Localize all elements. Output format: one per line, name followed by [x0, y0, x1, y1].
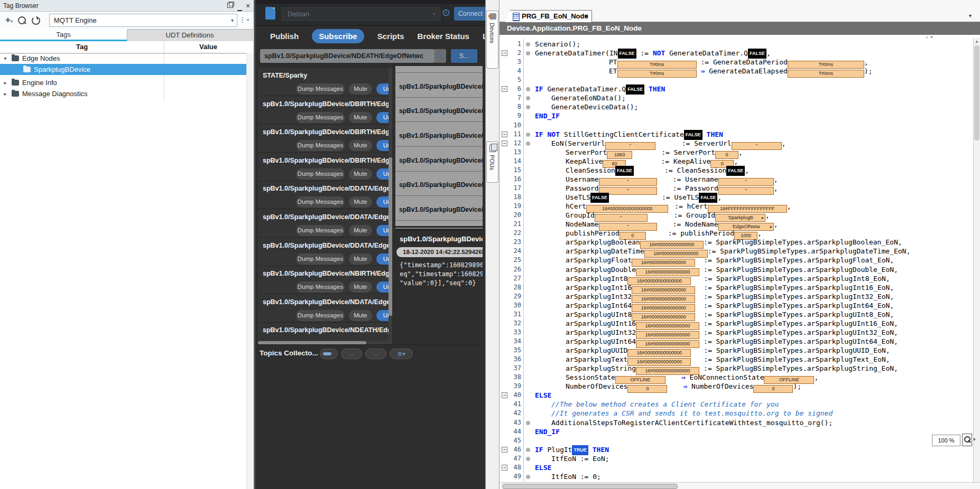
mute-button[interactable]: Mute: [349, 225, 372, 236]
fold-marker-icon[interactable]: −: [502, 131, 507, 137]
code-line-48: 48−ELSE: [500, 463, 973, 472]
dump-messages-button[interactable]: Dump Messages: [296, 281, 345, 293]
add-tag-button[interactable]: +▾: [3, 14, 15, 26]
fold-marker-icon[interactable]: −: [502, 465, 507, 471]
tag-table-header: Tag Value: [0, 41, 253, 54]
zoom-level[interactable]: 100 %: [932, 435, 960, 446]
connect-button[interactable]: Connect: [454, 7, 485, 21]
mute-button[interactable]: Mute: [349, 310, 372, 321]
overflow-caret-icon[interactable]: ▾: [245, 14, 251, 26]
message-row-partial[interactable]: [395, 66, 483, 73]
mute-button[interactable]: Mute: [349, 168, 372, 180]
close-icon[interactable]: ×: [244, 2, 252, 10]
mqtt-tab-publish[interactable]: Publish: [270, 32, 299, 41]
tree-item-edge-nodes[interactable]: ▾Edge Nodes: [0, 53, 253, 64]
line-number: 34: [500, 337, 521, 346]
message-row[interactable]: spBv1.0/SparkplugBDevice/DDAT: [395, 73, 483, 98]
message-timestamp-badge: 18-12-2020 14:42:22.5294265: [396, 247, 483, 257]
line-number: 15: [500, 166, 521, 175]
collector-toggle-button[interactable]: [320, 349, 338, 359]
profile-dropdown[interactable]: Debian ▾: [282, 7, 440, 21]
dump-messages-button[interactable]: Dump Messages: [296, 83, 345, 95]
overflow-menu-icon[interactable]: ⋮: [239, 14, 244, 26]
tab-udt-definitions[interactable]: UDT Definitions: [127, 29, 253, 41]
expand-arrow-icon[interactable]: ▸: [2, 77, 8, 88]
chevron-down-icon[interactable]: ▾: [434, 49, 446, 63]
dump-messages-button[interactable]: Dump Messages: [296, 112, 345, 123]
code-line-27: 27arSparkplugInt816#00000000000000:= Spa…: [500, 274, 973, 283]
line-number: 42: [500, 409, 521, 418]
profile-file-icon[interactable]: [265, 7, 275, 20]
fold-marker-icon[interactable]: −: [502, 86, 507, 92]
dump-messages-button[interactable]: Dump Messages: [296, 140, 345, 151]
magnifier-icon[interactable]: [962, 434, 972, 446]
float-window-icon[interactable]: [226, 2, 234, 10]
search-icon[interactable]: [18, 16, 26, 26]
tab-tags[interactable]: Tags: [0, 29, 127, 41]
fold-marker-icon[interactable]: −: [502, 392, 507, 398]
tree-item-engine-info[interactable]: ▸Engine Info: [0, 77, 253, 88]
tab-list-caret-icon[interactable]: ▾: [969, 13, 972, 18]
message-row[interactable]: spBv1.0/SparkplugBDevice/NDEA: [395, 196, 483, 221]
tree-item-sparkplugbdevice[interactable]: SparkplugBDevice: [0, 64, 253, 75]
gear-icon[interactable]: ⚙: [441, 6, 451, 19]
mute-button[interactable]: Mute: [349, 281, 372, 293]
collector-more2-button[interactable]: ...: [365, 349, 386, 359]
expand-arrow-icon[interactable]: ▸: [2, 88, 8, 99]
subscribe-button[interactable]: S...: [451, 49, 477, 63]
tag-tree-scrollbar[interactable]: [246, 53, 253, 489]
refresh-icon[interactable]: [32, 16, 40, 27]
message-row[interactable]: spBv1.0/SparkplugBDevice/DDAT: [395, 122, 483, 147]
column-header-value[interactable]: Value: [164, 41, 253, 53]
message-row[interactable]: spBv1.0/SparkplugBDevice/DDAT: [395, 147, 483, 172]
column-header-tag[interactable]: Tag: [0, 41, 164, 53]
editor-hscrollbar[interactable]: [500, 482, 980, 489]
message-row[interactable]: spBv1.0/SparkplugBDevice/DDAT: [395, 172, 483, 196]
code-editor[interactable]: 1Scenario();2−GenerateDataTimer(INFALSE …: [500, 38, 973, 482]
mqtt-tab-subscribe[interactable]: Subscribe: [312, 29, 364, 43]
editor-tab-prg-fb-eon-node[interactable]: PRG_FB_EoN_Node ×: [505, 10, 592, 22]
code-line-8: 8GenerateDeviceData();: [500, 102, 973, 111]
line-number: 17: [500, 184, 521, 193]
message-splitter[interactable]: [395, 226, 483, 231]
code-line-9: 9END_IF: [500, 111, 973, 120]
tag-provider-dropdown[interactable]: MQTT Engine ▾: [49, 14, 237, 27]
fold-marker-icon[interactable]: −: [502, 140, 507, 146]
expand-arrow-icon[interactable]: ▾: [2, 53, 8, 64]
ide-tab-bar: PRG_FB_EoN_Node × ▾: [500, 0, 980, 22]
code-line-16: 16Username'':= Username'',: [500, 175, 973, 184]
fold-marker-icon[interactable]: −: [502, 447, 507, 453]
collector-settings-button[interactable]: ⚙▾: [390, 349, 413, 359]
collector-more-button[interactable]: ...: [341, 349, 362, 359]
message-row[interactable]: spBv1.0/SparkplugBDevice/NDAT: [395, 98, 483, 123]
close-tab-icon[interactable]: ×: [584, 11, 588, 22]
mqtt-tab-scripts[interactable]: Scripts: [377, 32, 404, 41]
dump-messages-button[interactable]: Dump Messages: [296, 196, 345, 208]
mqtt-tab-broker-status[interactable]: Broker Status: [418, 32, 469, 41]
dump-messages-button[interactable]: Dump Messages: [296, 225, 345, 236]
ide-side-tab-strip: Devices POUs: [485, 0, 500, 489]
side-tab-devices[interactable]: Devices: [486, 11, 498, 69]
mute-button[interactable]: Mute: [349, 253, 372, 265]
line-number: 13: [500, 148, 521, 157]
code-line-14: 14KeepAlive60:= KeepAlive0,: [500, 157, 973, 166]
editor-vscrollbar[interactable]: ▲: [973, 38, 980, 482]
mqtt-tabs: PublishSubscribeScriptsBroker StatusLog: [255, 25, 485, 46]
scroll-up-icon[interactable]: ▲: [974, 39, 980, 44]
subscription-topic: spBv1.0/SparkplugBDevice/DBIRTH/EdgeOfNe…: [263, 100, 392, 108]
code-line-29: 29arSparkplugInt3216#00000000000000:= Sp…: [500, 292, 973, 301]
subscribe-topic-dropdown[interactable]: spBv1.0/SparkplugBDevice/NDEATH/EdgeOfNe…: [260, 49, 434, 63]
side-tab-pous[interactable]: POUs: [486, 142, 498, 183]
fold-marker-icon[interactable]: −: [502, 50, 507, 56]
mute-button[interactable]: Mute: [349, 112, 372, 123]
subscription-list-vscrollbar[interactable]: [389, 68, 392, 341]
dump-messages-button[interactable]: Dump Messages: [296, 253, 345, 265]
dump-messages-button[interactable]: Dump Messages: [296, 310, 345, 321]
mute-button[interactable]: Mute: [349, 196, 372, 208]
statement-dot: [526, 133, 530, 137]
mute-button[interactable]: Mute: [349, 140, 372, 151]
dump-messages-button[interactable]: Dump Messages: [296, 168, 345, 180]
zoom-caret-icon[interactable]: ▾: [973, 437, 976, 442]
mute-button[interactable]: Mute: [349, 83, 372, 95]
tree-item-message-diagnostics[interactable]: ▸Message Diagnostics: [0, 88, 253, 99]
